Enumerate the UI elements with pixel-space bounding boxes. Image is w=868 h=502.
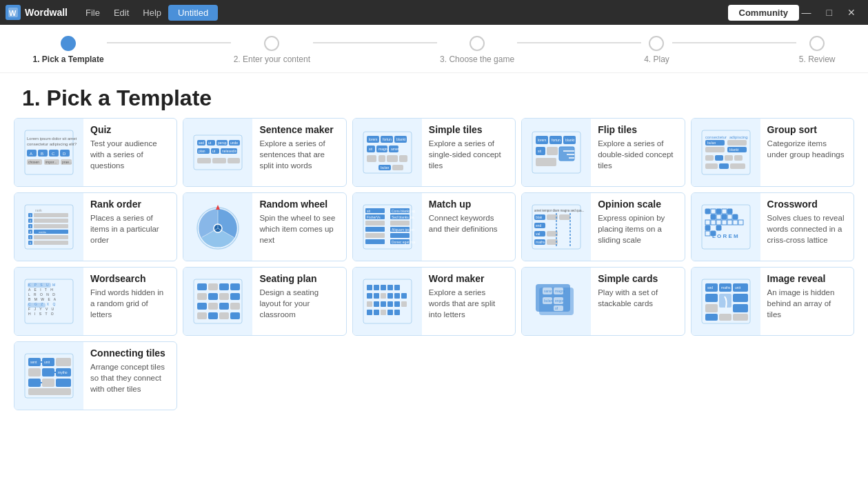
template-card-sentence-maker[interactable]: sed ut persp unde plan ut nelesedin Sent…: [183, 118, 346, 187]
step-3: 3. Choose the game: [440, 36, 514, 64]
svg-rect-189: [230, 293, 240, 300]
svg-rect-241: [719, 294, 731, 308]
svg-rect-179: [28, 303, 46, 308]
svg-text:lorem: lorem: [538, 138, 547, 142]
svg-text:mattis: mattis: [39, 230, 46, 234]
svg-rect-183: [208, 283, 218, 290]
template-card-rank-order[interactable]: rank 1 2 3 mattis 4 5 6 Rank orderPlaces…: [14, 192, 177, 261]
titlebar: W Wordwall File Edit Help Untitled Commu…: [0, 0, 868, 25]
svg-rect-260: [56, 379, 71, 387]
template-info-group-sort: Group sortCategorize items under group h…: [760, 119, 854, 186]
template-title-simple-cards: Simple cards: [598, 273, 677, 284]
svg-text:FisherVs: FisherVs: [367, 215, 381, 219]
svg-rect-213: [387, 301, 393, 307]
svg-rect-36: [228, 158, 240, 163]
template-thumbnail-seating-plan: [183, 268, 252, 335]
svg-text:rank: rank: [35, 208, 42, 212]
template-card-crossword[interactable]: L O R E M CrosswordSolves clues to revea…: [691, 192, 854, 261]
svg-text:unde: unde: [230, 141, 238, 145]
svg-text:maths: maths: [536, 240, 545, 244]
svg-rect-163: [733, 214, 738, 219]
svg-text:L R O N D: L R O N D: [28, 292, 57, 297]
community-button[interactable]: Community: [728, 5, 800, 21]
svg-rect-165: [705, 225, 710, 230]
main-content: 1. Pick a Template 2. Enter your content…: [0, 25, 868, 502]
template-desc-sentence-maker: Explore a series of sentences that are s…: [259, 138, 339, 171]
svg-rect-210: [367, 301, 372, 307]
logo: W Wordwall: [6, 5, 68, 20]
template-card-quiz[interactable]: Lorem ipsum dolor sit amet, consectetur …: [14, 118, 177, 187]
svg-rect-69: [536, 158, 556, 166]
active-tab[interactable]: Untitled: [168, 5, 218, 21]
svg-text:consectetur adipiscing elit?: consectetur adipiscing elit?: [27, 142, 77, 146]
svg-rect-264: [28, 388, 71, 395]
menu-file[interactable]: File: [79, 5, 107, 21]
step-line-2: [313, 42, 437, 43]
template-title-wordsearch: Wordsearch: [90, 273, 170, 284]
svg-rect-34: [197, 158, 211, 163]
svg-text:D: D: [63, 152, 66, 156]
template-info-seating-plan: Seating planDesign a seating layout for …: [252, 268, 345, 335]
close-button[interactable]: ✕: [840, 6, 862, 19]
svg-rect-80: [715, 155, 723, 161]
svg-text:nelesedin: nelesedin: [222, 149, 237, 153]
menu-help[interactable]: Help: [136, 5, 168, 21]
template-title-quiz: Quiz: [90, 124, 170, 135]
svg-rect-255: [42, 368, 54, 376]
step-5-circle: [809, 36, 825, 51]
svg-text:engor: engor: [555, 299, 564, 303]
template-card-random-wheel[interactable]: Random wheelSpin the wheel to see which …: [183, 192, 346, 261]
template-title-rank-order: Rank order: [90, 199, 170, 210]
template-card-simple-tiles[interactable]: lorem fortun blankt sit magna amet bulan…: [352, 118, 516, 187]
template-info-crossword: CrosswordSolves clues to reveal words co…: [760, 193, 854, 261]
template-info-rank-order: Rank orderPlaces a series of items in a …: [83, 193, 176, 261]
svg-text:bulan: bulan: [381, 165, 389, 170]
svg-text:Donec eget malesu...: Donec eget malesu...: [392, 240, 415, 244]
menu-edit[interactable]: Edit: [107, 5, 136, 21]
svg-text:amet: amet: [391, 147, 399, 151]
template-card-flip-tiles[interactable]: lorem fortun blankt sit Flip tilesExplor…: [521, 118, 685, 187]
svg-rect-204: [367, 293, 372, 299]
minimize-button[interactable]: ―: [795, 6, 818, 19]
template-card-opinion-scale[interactable]: amet tempor diam magna sed qua... blak e…: [521, 192, 685, 261]
svg-text:blak: blak: [536, 215, 543, 219]
template-card-word-maker[interactable]: Word makerExplore a series words that ar…: [352, 267, 516, 336]
template-card-group-sort[interactable]: consectetur adipiscing bulan blankt Grou…: [691, 118, 854, 187]
template-info-wordsearch: WordsearchFind words hidden in a random …: [83, 268, 176, 335]
template-card-match-up[interactable]: sit Cons blanks apsi. FisherVs Sed blank…: [352, 192, 516, 261]
svg-rect-105: [34, 241, 68, 245]
svg-text:sed: sed: [707, 285, 713, 290]
template-card-simple-cards[interactable]: sarat magra bulan engor of Simple cardsP…: [521, 267, 685, 336]
template-card-wordsearch[interactable]: K P S U M A E I T H L R O N D B M W E A …: [14, 267, 177, 336]
svg-text:fortun: fortun: [552, 138, 561, 142]
svg-text:bulan: bulan: [707, 141, 716, 145]
template-thumbnail-random-wheel: [183, 193, 252, 261]
template-desc-match-up: Connect keywords and their definitions: [429, 212, 508, 234]
step-3-label: 3. Choose the game: [440, 54, 514, 64]
svg-rect-56: [392, 165, 403, 170]
svg-text:adipiscing: adipiscing: [729, 135, 748, 139]
svg-rect-79: [705, 155, 714, 161]
svg-text:of: of: [555, 306, 558, 310]
svg-rect-50: [367, 155, 376, 162]
step-1: 1. Pick a Template: [32, 36, 103, 64]
svg-text:blankt: blankt: [565, 138, 575, 142]
svg-rect-83: [705, 163, 718, 169]
template-title-simple-tiles: Simple tiles: [429, 124, 508, 135]
template-card-seating-plan[interactable]: Seating planDesign a seating layout for …: [183, 267, 346, 336]
svg-text:Aliquam ipsum est...: Aliquam ipsum est...: [392, 228, 415, 232]
template-info-quiz: QuizTest your audience with a series of …: [83, 119, 176, 186]
template-thumbnail-rank-order: rank 1 2 3 mattis 4 5 6: [14, 193, 83, 261]
template-card-connecting-tiles[interactable]: sent unit mytho Connecting tilesArrange …: [14, 341, 177, 410]
template-info-simple-cards: Simple cardsPlay with a set of stackable…: [591, 268, 684, 335]
step-line-3: [517, 42, 641, 43]
svg-text:bulan: bulan: [544, 299, 552, 303]
svg-rect-52: [387, 155, 398, 162]
maximize-button[interactable]: □: [820, 6, 839, 19]
svg-rect-122: [365, 221, 385, 225]
template-info-connecting-tiles: Connecting tilesArrange concept tiles so…: [83, 342, 176, 410]
template-card-image-reveal[interactable]: sed maths unit Image revealAn image is h…: [691, 267, 854, 336]
svg-text:unit: unit: [44, 360, 50, 364]
svg-rect-201: [381, 285, 386, 290]
svg-rect-259: [42, 379, 54, 387]
